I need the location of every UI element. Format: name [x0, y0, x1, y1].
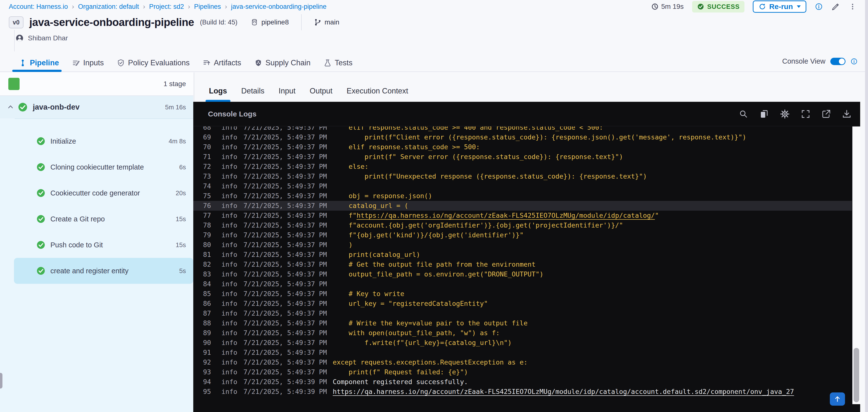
- log-line-number: 80: [203, 240, 221, 250]
- log-level: info: [221, 299, 243, 309]
- log-row: 85info7/21/2025, 5:49:37 PM # Key to wri…: [193, 289, 852, 299]
- stage-name: java-onb-dev: [33, 103, 165, 112]
- build-id: (Build Id: 45): [200, 19, 237, 26]
- step-row[interactable]: Cookiecutter code generator20s: [0, 180, 193, 206]
- run-duration-value: 5m 19s: [661, 3, 684, 10]
- copy-icon[interactable]: [760, 109, 769, 119]
- log-list[interactable]: 68info7/21/2025, 5:49:37 PM elif respons…: [193, 126, 852, 412]
- breadcrumb-pipeline-name[interactable]: java-service-onboarding-pipeline: [231, 3, 327, 10]
- log-row: 84info7/21/2025, 5:49:37 PM: [193, 279, 852, 289]
- log-message: # Key to write: [333, 289, 404, 299]
- log-line-number: 68: [203, 126, 221, 132]
- tab-output[interactable]: Output: [310, 87, 333, 95]
- log-message: url_key = "registeredCatalogEntity": [333, 299, 488, 309]
- tab-execution-context[interactable]: Execution Context: [347, 87, 408, 95]
- branch-chip[interactable]: main: [314, 18, 340, 26]
- step-row[interactable]: Initialize4m 8s: [0, 128, 193, 154]
- console-scrollbar[interactable]: [852, 126, 860, 404]
- page-scrollbar[interactable]: [865, 0, 868, 412]
- breadcrumb-organization[interactable]: Organization: default: [78, 3, 139, 10]
- log-level: info: [221, 181, 243, 191]
- step-row[interactable]: create and register entity5s: [14, 258, 193, 284]
- log-timestamp: 7/21/2025, 5:49:37 PM: [243, 201, 333, 211]
- rerun-button[interactable]: Re-run: [753, 0, 806, 13]
- tab-tests[interactable]: Tests: [317, 54, 359, 71]
- log-row: 75info7/21/2025, 5:49:37 PM obj = respon…: [193, 191, 852, 201]
- log-line-number: 94: [203, 377, 221, 387]
- status-badge: SUCCESS: [692, 1, 745, 12]
- log-line-number: 92: [203, 357, 221, 367]
- log-row: 79info7/21/2025, 5:49:37 PM f"{obj.get('…: [193, 230, 852, 240]
- log-row: 80info7/21/2025, 5:49:37 PM ): [193, 240, 852, 250]
- author-name: Shibam Dhar: [28, 34, 68, 42]
- log-row: 78info7/21/2025, 5:49:37 PM f"account.{o…: [193, 220, 852, 230]
- download-icon[interactable]: [842, 109, 851, 119]
- main-tab-bar: Pipeline Inputs Policy Evaluations Artif…: [0, 54, 868, 72]
- breadcrumb: Account: Harness.io › Organization: defa…: [9, 3, 327, 10]
- log-message: elif response.status_code >= 400 and res…: [333, 126, 603, 132]
- console-scrollbar-thumb[interactable]: [854, 348, 859, 402]
- open-in-new-icon[interactable]: [822, 109, 831, 119]
- tab-pipeline[interactable]: Pipeline: [12, 54, 66, 71]
- avatar: [15, 34, 24, 42]
- breadcrumb-account[interactable]: Account: Harness.io: [9, 3, 68, 10]
- edit-pencil-icon[interactable]: [831, 2, 840, 11]
- log-row: 87info7/21/2025, 5:49:37 PM: [193, 309, 852, 318]
- step-row[interactable]: Create a Git repo15s: [0, 206, 193, 232]
- console-view-toggle[interactable]: [830, 58, 845, 65]
- run-meta: 5m 19s SUCCESS Re-run: [651, 0, 857, 13]
- tab-supply-chain[interactable]: Supply Chain: [248, 54, 317, 71]
- tab-details[interactable]: Details: [241, 87, 265, 95]
- log-message: catalog_url = (: [333, 201, 408, 211]
- log-line-number: 88: [203, 318, 221, 328]
- kebab-menu-icon[interactable]: [848, 2, 857, 11]
- breadcrumb-pipelines[interactable]: Pipelines: [194, 3, 221, 10]
- log-timestamp: 7/21/2025, 5:49:37 PM: [243, 279, 333, 289]
- tab-artifacts[interactable]: Artifacts: [196, 54, 248, 71]
- step-name: Cloning cookiecutter template: [51, 163, 179, 171]
- author-row: Shibam Dhar: [15, 34, 68, 42]
- log-level: info: [221, 328, 243, 338]
- tab-policy-evaluations[interactable]: Policy Evaluations: [110, 54, 196, 71]
- tab-label: Inputs: [83, 59, 104, 67]
- step-duration: 5s: [179, 267, 186, 275]
- step-name: create and register entity: [51, 267, 179, 275]
- log-level: info: [221, 230, 243, 240]
- log-timestamp: 7/21/2025, 5:49:37 PM: [243, 220, 333, 230]
- tab-input[interactable]: Input: [279, 87, 296, 95]
- scroll-to-top-button[interactable]: [830, 392, 845, 406]
- sidebar-scrollbar-thumb[interactable]: [0, 373, 2, 388]
- divider: [301, 14, 302, 30]
- breadcrumb-project[interactable]: Project: sd2: [149, 3, 184, 10]
- log-timestamp: 7/21/2025, 5:49:39 PM: [243, 377, 333, 387]
- log-level: info: [221, 289, 243, 299]
- fullscreen-icon[interactable]: [801, 109, 810, 119]
- rerun-label: Re-run: [769, 2, 793, 11]
- supply-chain-icon: [254, 59, 262, 67]
- log-line-number: 82: [203, 260, 221, 270]
- log-link[interactable]: https://qa.harness.io/ng/account/zEaak-F…: [357, 212, 655, 219]
- log-link[interactable]: https://qa.harness.io/ng/account/zEaak-F…: [333, 387, 794, 397]
- info-icon[interactable]: [815, 2, 823, 11]
- step-row[interactable]: Cloning cookiecutter template6s: [0, 154, 193, 180]
- log-line-number: 71: [203, 152, 221, 162]
- log-message: f.write(f"{url_key}={catalog_url}\n"): [333, 338, 512, 348]
- step-row[interactable]: Push code to Git15s: [0, 232, 193, 258]
- search-icon[interactable]: [739, 109, 748, 119]
- tab-inputs[interactable]: Inputs: [66, 54, 110, 71]
- log-row: 74info7/21/2025, 5:49:37 PM: [193, 181, 852, 191]
- log-level: info: [221, 240, 243, 250]
- settings-icon[interactable]: [780, 109, 790, 119]
- chevron-up-icon[interactable]: [7, 103, 14, 111]
- log-timestamp: 7/21/2025, 5:49:37 PM: [243, 171, 333, 181]
- tab-label: Supply Chain: [266, 59, 310, 67]
- log-level: info: [221, 162, 243, 171]
- tab-logs[interactable]: Logs: [209, 87, 227, 95]
- stage-row-java-onb-dev[interactable]: java-onb-dev 5m 16s: [0, 96, 193, 119]
- repo-chip[interactable]: pipeline8: [250, 18, 289, 26]
- log-timestamp: 7/21/2025, 5:49:37 PM: [243, 211, 333, 220]
- check-circle-icon: [18, 102, 28, 112]
- log-row: 73info7/21/2025, 5:49:37 PM print(f"Unex…: [193, 171, 852, 181]
- info-icon[interactable]: [850, 58, 858, 65]
- tab-label: Tests: [335, 59, 352, 67]
